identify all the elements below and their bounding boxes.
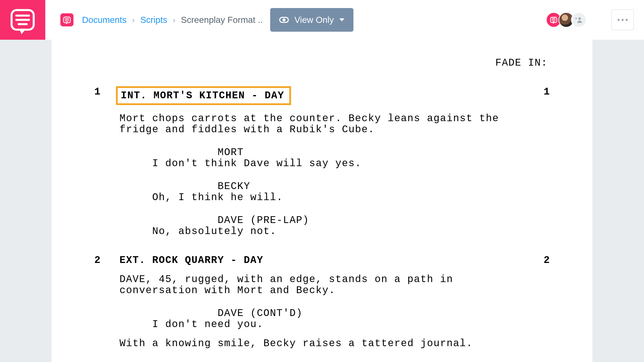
breadcrumb-current: Screenplay Format ..	[181, 15, 263, 25]
dialogue-line[interactable]: Oh, I think he will.	[119, 192, 550, 203]
chevron-right-icon: ›	[132, 15, 135, 25]
character-cue[interactable]: DAVE (CONT'D)	[119, 308, 550, 319]
character-cue[interactable]: MORT	[119, 147, 550, 158]
scene-heading-row: 2 EXT. ROCK QUARRY - DAY 2	[94, 255, 550, 266]
scene-heading[interactable]: EXT. ROCK QUARRY - DAY	[119, 255, 263, 266]
dots-icon	[622, 19, 624, 21]
speech-bubble-icon	[550, 17, 557, 23]
eye-icon	[279, 17, 289, 23]
collaborator-avatars[interactable]	[549, 12, 587, 28]
dialogue-block: MORT I don't think Dave will say yes.	[119, 147, 550, 169]
svg-rect-2	[576, 17, 576, 19]
view-mode-button[interactable]: View Only	[270, 8, 353, 32]
transition-fade-in: FADE IN:	[94, 57, 548, 69]
view-mode-label: View Only	[294, 15, 334, 25]
speech-bubble-icon	[63, 17, 71, 23]
character-cue[interactable]: DAVE (PRE-LAP)	[119, 215, 550, 226]
dialogue-line[interactable]: No, absolutely not.	[119, 226, 550, 237]
app-logo[interactable]	[0, 0, 45, 40]
add-person-icon	[575, 17, 583, 23]
chevron-right-icon: ›	[173, 15, 176, 25]
app-header: Documents › Scripts › Screenplay Format …	[0, 0, 644, 40]
more-menu-button[interactable]	[611, 9, 634, 30]
dialogue-line[interactable]: I don't think Dave will say yes.	[119, 158, 550, 169]
dots-icon	[626, 19, 628, 21]
scene-number-left: 2	[94, 255, 119, 266]
header-right-cluster	[549, 0, 634, 40]
dialogue-block: DAVE (PRE-LAP) No, absolutely not.	[119, 215, 550, 237]
dialogue-block: DAVE (CONT'D) I don't need you.	[119, 308, 550, 330]
chevron-down-icon	[339, 18, 344, 21]
avatar-add-user[interactable]	[571, 12, 587, 28]
speech-bubble-icon	[11, 9, 35, 31]
scene-heading[interactable]: INT. MORT'S KITCHEN - DAY	[116, 86, 291, 105]
breadcrumb-scripts[interactable]: Scripts	[140, 15, 167, 25]
scene-number-right: 2	[530, 255, 550, 266]
action-line[interactable]: Mort chops carrots at the counter. Becky…	[119, 113, 530, 135]
svg-point-0	[578, 17, 581, 20]
home-button[interactable]	[60, 13, 73, 26]
dialogue-line[interactable]: I don't need you.	[119, 319, 550, 330]
scene-number-left: 1	[94, 86, 119, 98]
scene-number-right: 1	[530, 86, 550, 98]
breadcrumb-documents[interactable]: Documents	[82, 15, 127, 25]
action-line[interactable]: With a knowing smile, Becky raises a tat…	[119, 338, 530, 349]
character-cue[interactable]: BECKY	[119, 181, 550, 192]
action-line[interactable]: DAVE, 45, rugged, with an edge, stands o…	[119, 274, 530, 296]
scene-heading-row: 1 INT. MORT'S KITCHEN - DAY 1	[94, 86, 550, 105]
breadcrumb: Documents › Scripts › Screenplay Format …	[82, 15, 263, 25]
dots-icon	[618, 19, 620, 21]
dialogue-block: BECKY Oh, I think he will.	[119, 181, 550, 203]
script-page[interactable]: FADE IN: 1 INT. MORT'S KITCHEN - DAY 1 M…	[52, 40, 592, 362]
document-stage: FADE IN: 1 INT. MORT'S KITCHEN - DAY 1 M…	[0, 40, 644, 362]
